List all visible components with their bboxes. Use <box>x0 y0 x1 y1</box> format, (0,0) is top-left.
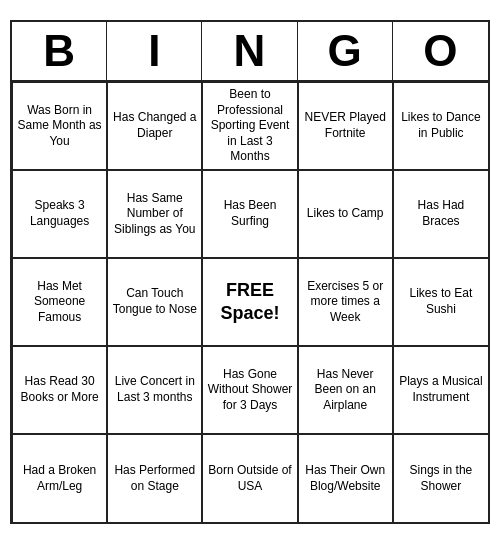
bingo-cell-24[interactable]: Sings in the Shower <box>393 434 488 522</box>
bingo-letter-n: N <box>202 22 297 80</box>
bingo-cell-0[interactable]: Was Born in Same Month as You <box>12 82 107 170</box>
bingo-cell-3[interactable]: NEVER Played Fortnite <box>298 82 393 170</box>
bingo-card: BINGO Was Born in Same Month as YouHas C… <box>10 20 490 524</box>
bingo-cell-17[interactable]: Has Gone Without Shower for 3 Days <box>202 346 297 434</box>
bingo-cell-11[interactable]: Can Touch Tongue to Nose <box>107 258 202 346</box>
bingo-cell-13[interactable]: Exercises 5 or more times a Week <box>298 258 393 346</box>
bingo-cell-22[interactable]: Born Outside of USA <box>202 434 297 522</box>
bingo-cell-18[interactable]: Has Never Been on an Airplane <box>298 346 393 434</box>
bingo-cell-1[interactable]: Has Changed a Diaper <box>107 82 202 170</box>
bingo-cell-21[interactable]: Has Performed on Stage <box>107 434 202 522</box>
bingo-cell-6[interactable]: Has Same Number of Siblings as You <box>107 170 202 258</box>
bingo-cell-16[interactable]: Live Concert in Last 3 months <box>107 346 202 434</box>
bingo-letter-i: I <box>107 22 202 80</box>
bingo-cell-7[interactable]: Has Been Surfing <box>202 170 297 258</box>
bingo-letter-o: O <box>393 22 488 80</box>
bingo-letter-b: B <box>12 22 107 80</box>
bingo-grid: Was Born in Same Month as YouHas Changed… <box>12 82 488 522</box>
bingo-cell-14[interactable]: Likes to Eat Sushi <box>393 258 488 346</box>
bingo-letter-g: G <box>298 22 393 80</box>
bingo-header: BINGO <box>12 22 488 82</box>
bingo-cell-4[interactable]: Likes to Dance in Public <box>393 82 488 170</box>
bingo-cell-20[interactable]: Had a Broken Arm/Leg <box>12 434 107 522</box>
bingo-cell-15[interactable]: Has Read 30 Books or More <box>12 346 107 434</box>
bingo-cell-19[interactable]: Plays a Musical Instrument <box>393 346 488 434</box>
bingo-cell-2[interactable]: Been to Professional Sporting Event in L… <box>202 82 297 170</box>
bingo-cell-5[interactable]: Speaks 3 Languages <box>12 170 107 258</box>
bingo-cell-8[interactable]: Likes to Camp <box>298 170 393 258</box>
bingo-cell-10[interactable]: Has Met Someone Famous <box>12 258 107 346</box>
bingo-cell-12[interactable]: FREE Space! <box>202 258 297 346</box>
bingo-cell-9[interactable]: Has Had Braces <box>393 170 488 258</box>
bingo-cell-23[interactable]: Has Their Own Blog/Website <box>298 434 393 522</box>
